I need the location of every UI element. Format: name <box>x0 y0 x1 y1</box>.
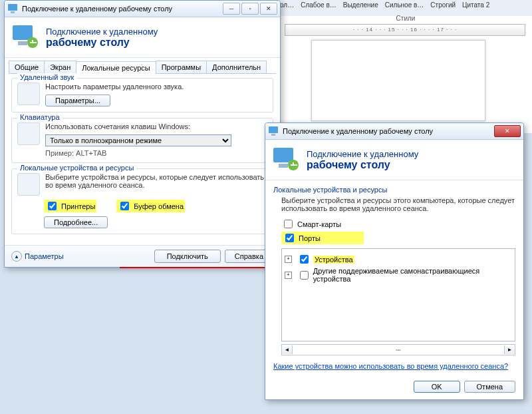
close-button[interactable]: ✕ <box>260 3 277 15</box>
speaker-icon <box>17 83 40 105</box>
group-remote-sound: Удаленный звук Настроить параметры удале… <box>11 78 273 112</box>
rdp-icon <box>268 126 279 136</box>
tab-display[interactable]: Экран <box>44 61 76 73</box>
horizontal-ruler: · · · 14 · · · 15 · · · 16 · · · · 17 · … <box>285 24 525 36</box>
group-keyboard: Клавиатура Использовать сочетания клавиш… <box>11 118 273 163</box>
svg-rect-7 <box>269 126 278 133</box>
connect-button[interactable]: Подключить <box>154 250 221 263</box>
scroll-left-icon[interactable]: ◄ <box>282 345 293 354</box>
group-label: Локальные устройства и ресурсы <box>273 186 515 194</box>
svg-rect-2 <box>13 25 33 40</box>
svg-rect-3 <box>18 41 27 45</box>
tree-item-other-pnp[interactable]: + Другие поддерживаемые самонастраивающи… <box>285 267 512 283</box>
sound-settings-button[interactable]: Параметры... <box>45 95 110 106</box>
tree-item-drives[interactable]: + Устройства <box>285 253 512 266</box>
tab-programs[interactable]: Программы <box>156 61 207 73</box>
rdp-header-icon <box>272 145 301 174</box>
rdp-icon <box>7 3 18 14</box>
devices-tree[interactable]: + Устройства + Другие поддерживаемые сам… <box>281 248 515 341</box>
tab-general[interactable]: Общие <box>9 61 45 73</box>
svg-rect-9 <box>273 148 293 162</box>
window-title: Подключение к удаленному рабочему столу <box>22 5 223 13</box>
rdp-header-icon <box>11 23 41 52</box>
header-line2: рабочему столу <box>307 159 418 171</box>
expand-icon[interactable]: + <box>285 256 292 263</box>
chevron-up-icon: ▲ <box>11 251 22 262</box>
svg-rect-8 <box>271 134 275 136</box>
header-line1: Подключение к удаленному <box>46 27 158 37</box>
rdp-main-window: Подключение к удаленному рабочему столу … <box>4 0 281 268</box>
cancel-button[interactable]: Отмена <box>464 381 515 393</box>
background-word-app: агол…Слабое в…ВыделениеСильное в…Строгий… <box>279 0 532 133</box>
keyboard-icon <box>17 122 40 145</box>
tab-strip: Общие Экран Локальные ресурсы Программы … <box>9 61 276 74</box>
maximize-button[interactable]: ▫ <box>241 3 259 15</box>
ribbon-group-label: Стили <box>279 13 532 22</box>
expand-icon[interactable]: + <box>285 272 292 279</box>
header-line2: рабочему столу <box>46 37 158 49</box>
keyboard-combo[interactable]: Только в полноэкранном режиме <box>45 134 231 146</box>
svg-rect-0 <box>8 4 17 11</box>
document-page <box>311 40 485 121</box>
checkbox-clipboard[interactable]: Буфер обмена <box>116 200 185 212</box>
scroll-right-icon[interactable]: ► <box>504 345 515 354</box>
checkbox-smartcards[interactable]: Смарт-карты <box>281 218 515 230</box>
tab-advanced[interactable]: Дополнительн <box>206 61 267 73</box>
close-button[interactable]: ✕ <box>494 125 521 137</box>
window-title: Подключение к удаленному рабочему столу <box>283 127 494 135</box>
checkbox-printers[interactable]: Принтеры <box>44 200 96 212</box>
tab-local-resources[interactable]: Локальные ресурсы <box>76 61 156 74</box>
ok-button[interactable]: OK <box>414 381 460 393</box>
rdp-more-dialog: Подключение к удаленному рабочему столу … <box>265 122 524 400</box>
checkbox-ports[interactable]: Порты <box>281 232 364 244</box>
options-toggle[interactable]: ▲ Параметры <box>11 251 64 262</box>
horizontal-scrollbar[interactable]: ◄ ▪▪▪ ► <box>281 344 515 355</box>
printer-icon <box>17 173 40 196</box>
svg-rect-10 <box>279 164 288 168</box>
svg-rect-1 <box>11 11 15 13</box>
minimize-button[interactable]: ─ <box>223 3 240 15</box>
help-link[interactable]: Какие устройства можно использовать во в… <box>273 362 508 370</box>
more-button[interactable]: Подробнее... <box>44 216 108 228</box>
group-local-devices: Локальные устройства и ресурсы Выберите … <box>11 168 273 234</box>
header-line1: Подключение к удаленному <box>307 149 418 159</box>
